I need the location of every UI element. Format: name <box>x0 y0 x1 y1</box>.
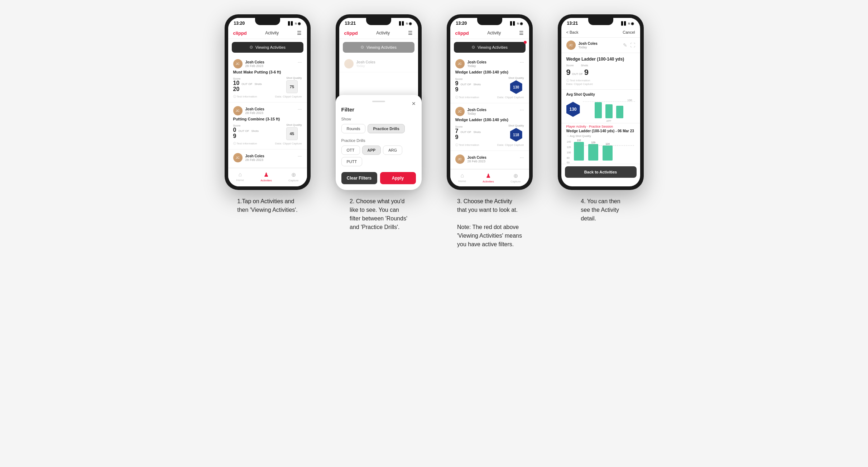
shot-quality-hex-3-2: 118 <box>510 128 522 142</box>
clear-filters-button[interactable]: Clear Filters <box>341 172 377 184</box>
back-to-activities-button[interactable]: Back to Activities <box>565 166 637 178</box>
viewing-activities-bar-3[interactable]: ⚙ Viewing Activities <box>454 42 526 53</box>
capture-icon-1: ⊕ <box>291 171 296 178</box>
menu-icon-3[interactable]: ☰ <box>519 30 524 36</box>
activity-card-3-2[interactable]: JC Josh Coles Today ··· Wedge Ladder (10… <box>450 103 529 151</box>
nav-capture-3[interactable]: ⊕ Capture <box>510 172 521 183</box>
notch-2 <box>366 18 391 25</box>
filter-pill-arg[interactable]: ARG <box>383 146 402 155</box>
filter-pill-rounds[interactable]: Rounds <box>341 124 366 133</box>
more-options-3-1[interactable]: ··· <box>520 59 524 65</box>
nav-home-1[interactable]: ⌂ Home <box>236 171 244 182</box>
avg-quality-label: Avg Shot Quality <box>566 92 635 96</box>
phones-container: 13:20 ▋▋ ≈ ◉ clippd Activity ☰ ⚙ Viewing… <box>217 14 651 249</box>
back-button[interactable]: < Back <box>566 30 579 34</box>
detail-shots-val: 9 <box>584 68 589 77</box>
more-options-1-2[interactable]: ··· <box>298 106 302 112</box>
user-name-date-3-2: Josh Coles Today <box>467 108 486 115</box>
avatar-3-2: JC <box>455 107 465 116</box>
svg-text:60: 60 <box>567 161 570 164</box>
more-options-1-3[interactable]: ··· <box>298 153 302 159</box>
user-info-3-2: JC Josh Coles Today <box>455 107 486 116</box>
svg-text:124: 124 <box>605 143 610 145</box>
activity-card-1-2[interactable]: JC Josh Coles 28 Feb 2023 ··· Putting Co… <box>228 103 307 149</box>
user-name-date-1-2: Josh Coles 28 Feb 2023 <box>245 107 264 115</box>
practice-session-section: Player Activity · Practice Session Wedge… <box>561 123 640 166</box>
viewing-activities-label-3: Viewing Activities <box>478 45 508 49</box>
filter-pill-app[interactable]: APP <box>362 146 381 155</box>
more-options-3-2[interactable]: ··· <box>520 107 524 113</box>
filter-drill-pills: OTT APP ARG PUTT <box>341 146 416 166</box>
avatar-1-2: JC <box>233 106 243 115</box>
small-bar-chart: 140 120 100 80 60 132 129 124 <box>561 139 640 164</box>
avatar-1-3: JC <box>233 153 243 162</box>
more-options-3-3[interactable]: ··· <box>520 154 524 160</box>
phone-1-section: 13:20 ▋▋ ≈ ◉ clippd Activity ☰ ⚙ Viewing… <box>217 14 318 214</box>
caption-2: 2. Choose what you'd like to see. You ca… <box>350 197 407 232</box>
viewing-activities-bar-2[interactable]: ⚙ Viewing Activities <box>343 42 414 53</box>
svg-rect-0 <box>595 102 602 118</box>
filter-pill-ott[interactable]: OTT <box>341 146 360 155</box>
viewing-activities-label-1: Viewing Activities <box>255 45 286 49</box>
detail-data-source: Data: Clippd Capture <box>566 82 635 86</box>
session-sublabel: → Avg Shot Quality <box>561 134 640 139</box>
filter-handle <box>372 101 385 102</box>
cancel-button[interactable]: Cancel <box>623 30 635 34</box>
svg-rect-10 <box>588 144 598 161</box>
user-info-1-3: JC Josh Coles 28 Feb 2023 <box>233 153 264 162</box>
svg-rect-12 <box>603 146 613 161</box>
detail-user-row: JC Josh Coles Today ✎ ⛶ <box>561 38 640 53</box>
apply-button[interactable]: Apply <box>380 172 416 184</box>
drill-name-1-1: Must Make Putting (3-6 ft) <box>233 70 302 74</box>
notch-4 <box>588 18 613 25</box>
viewing-activities-bar-1[interactable]: ⚙ Viewing Activities <box>232 42 303 53</box>
nav-capture-1[interactable]: ⊕ Capture <box>288 171 298 182</box>
activity-card-3-1[interactable]: JC Josh Coles Today ··· Wedge Ladder (10… <box>450 56 529 103</box>
svg-text:132: 132 <box>577 139 581 142</box>
shot-quality-1-2: 45 <box>286 127 298 140</box>
user-info-3-3: JC Josh Coles 28 Feb 2023 <box>455 154 486 164</box>
more-options-1-1[interactable]: ··· <box>298 59 302 65</box>
filter-close-button[interactable]: ✕ <box>412 101 416 106</box>
user-info-1-2: JC Josh Coles 28 Feb 2023 <box>233 106 264 115</box>
nav-activities-3[interactable]: ♟ Activities <box>483 172 494 183</box>
info-right-1-2: Data: Clippd Capture <box>275 142 302 146</box>
capture-icon-3: ⊕ <box>513 172 518 179</box>
phone-1-frame: 13:20 ▋▋ ≈ ◉ clippd Activity ☰ ⚙ Viewing… <box>225 14 311 190</box>
avg-quality-hex: 130 <box>566 102 580 117</box>
phone-1-screen: 13:20 ▋▋ ≈ ◉ clippd Activity ☰ ⚙ Viewing… <box>228 18 307 186</box>
detail-avatar: JC <box>566 40 576 50</box>
activity-card-3-3[interactable]: JC Josh Coles 28 Feb 2023 ··· <box>450 151 529 169</box>
detail-outof: OUT OF <box>572 72 583 76</box>
menu-icon-2[interactable]: ☰ <box>408 30 413 36</box>
app-logo-2: clippd <box>344 30 358 36</box>
filter-pill-practice-drills[interactable]: Practice Drills <box>368 124 404 133</box>
expand-icon[interactable]: ⛶ <box>630 42 635 48</box>
caption-4: 4. You can then see the Activity detail. <box>581 197 620 223</box>
status-time-1: 13:20 <box>234 21 245 26</box>
activity-card-1-1[interactable]: JC Josh Coles 28 Feb 2023 ··· Must Make … <box>228 56 307 103</box>
nav-home-3[interactable]: ⌂ Home <box>459 172 466 183</box>
edit-icon[interactable]: ✎ <box>623 42 627 48</box>
activity-card-1-3[interactable]: JC Josh Coles 28 Feb 2023 ··· <box>228 149 307 168</box>
user-info-3-1: JC Josh Coles Today <box>455 59 486 68</box>
menu-icon-1[interactable]: ☰ <box>297 30 302 36</box>
phone-2-screen: 13:21 ▋▋ ≈ ◉ clippd Activity ☰ ⚙ Viewing… <box>339 18 418 186</box>
status-time-4: 13:21 <box>567 21 578 26</box>
avg-quality-section: Avg Shot Quality 130 130 <box>561 90 640 123</box>
detail-score-section: Wedge Ladder (100-140 yds) Score Shots 9… <box>561 53 640 90</box>
detail-nav-header: < Back Cancel <box>561 27 640 38</box>
chart-label-app: APP <box>606 120 611 122</box>
activities-icon-1: ♟ <box>264 171 269 178</box>
detail-user-info: Josh Coles Today <box>579 42 598 49</box>
filter-title: Filter <box>341 106 416 113</box>
filter-pill-putt[interactable]: PUTT <box>341 157 363 166</box>
user-name-date-1-3: Josh Coles 28 Feb 2023 <box>245 154 264 162</box>
nav-activities-1[interactable]: ♟ Activities <box>260 171 272 182</box>
info-left-1-1: ⓘ Test Information <box>233 95 257 99</box>
svg-text:129: 129 <box>591 141 595 144</box>
filter-show-pills: Rounds Practice Drills <box>341 124 416 133</box>
bottom-nav-3: ⌂ Home ♟ Activities ⊕ Capture <box>450 169 529 186</box>
detail-drill-name: Wedge Ladder (100-140 yds) <box>566 57 624 62</box>
status-time-3: 13:20 <box>456 21 467 26</box>
